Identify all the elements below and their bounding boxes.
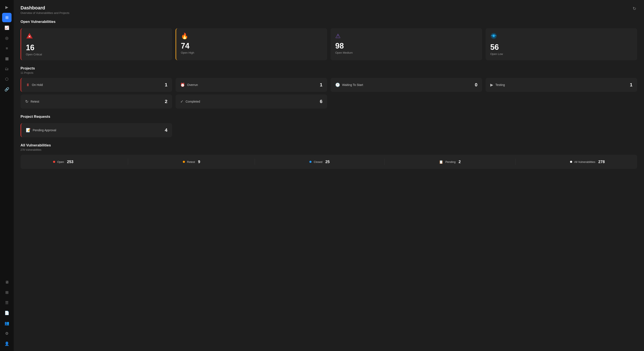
- sidebar-item-calendar[interactable]: ▦: [2, 54, 12, 63]
- list-icon: ☰: [5, 300, 8, 305]
- open-vulnerabilities-title: Open Vulnerabilities: [20, 20, 637, 24]
- waiting-left: 🕐 Waiting To Start: [335, 82, 363, 87]
- divider4: [515, 158, 516, 165]
- testing-left: ▶ Testing: [490, 82, 505, 87]
- avatar-icon: 👤: [4, 342, 9, 346]
- all-dot: [570, 161, 572, 163]
- retest-card[interactable]: ↻ Retest 2: [20, 94, 172, 108]
- link-icon: 🔗: [4, 87, 9, 92]
- retest-total: 9: [198, 160, 200, 164]
- all-total: 278: [598, 160, 605, 164]
- pending-label: Pending: [445, 160, 456, 164]
- closed-dot: [310, 161, 312, 163]
- sidebar-item-settings[interactable]: ⚙: [2, 329, 12, 338]
- pending-total: 2: [459, 160, 461, 164]
- vuln-all-item[interactable]: All Vulnerabilities 278: [570, 160, 605, 164]
- all-vulnerabilities-title: All Vulnerabilities: [20, 143, 637, 148]
- retest-label: Retest: [30, 100, 39, 103]
- retest-count: 2: [165, 99, 168, 104]
- medium-label: Open Medium: [335, 51, 478, 54]
- clock-icon: 🕐: [335, 82, 340, 87]
- sidebar-item-link[interactable]: 🔗: [2, 85, 12, 94]
- testing-count: 1: [630, 82, 632, 88]
- req-empty3: [330, 123, 482, 137]
- all-vulnerabilities-section: All Vulnerabilities 278 Vulnerabilities …: [20, 143, 637, 169]
- critical-card[interactable]: ✕ 16 Open Critical: [20, 28, 172, 60]
- sidebar-item-folder[interactable]: 🗂: [2, 64, 12, 74]
- open-label: Open: [57, 160, 64, 164]
- sidebar-item-target[interactable]: ◎: [2, 33, 12, 43]
- svg-text:✕: ✕: [28, 35, 31, 38]
- open-vulnerabilities-section: Open Vulnerabilities ✕ 16 Open Critical …: [20, 20, 637, 60]
- bug-icon: ⬡: [5, 77, 8, 82]
- medium-card[interactable]: ⚠ 98 Open Medium: [330, 28, 482, 60]
- sidebar-item-bug[interactable]: ⬡: [2, 74, 12, 84]
- overrun-card[interactable]: ⏰ Overrun 1: [176, 78, 327, 92]
- open-total: 253: [67, 160, 73, 164]
- vulnerabilities-bar: Open 253 Retest 9 Closed 25 📋 Pending 2: [20, 155, 637, 169]
- overrun-label: Overrun: [187, 83, 198, 86]
- warning-icon: ⚠: [335, 32, 478, 40]
- layers-icon: ≡: [6, 46, 8, 51]
- projects-section: Projects 11 Projects ⏸ On Hold 1 ⏰ Overr…: [20, 66, 637, 108]
- sidebar-item-chart[interactable]: 📈: [2, 23, 12, 32]
- vuln-closed-item[interactable]: Closed 25: [310, 160, 330, 164]
- on-hold-count: 1: [165, 82, 168, 88]
- waiting-label: Waiting To Start: [342, 83, 363, 86]
- document-icon: 📄: [4, 310, 9, 315]
- table-icon: ⊞: [5, 290, 8, 295]
- closed-label: Closed: [314, 160, 322, 164]
- project-requests-section: Project Requests 📝 Pending Approval 4: [20, 114, 637, 137]
- empty-col4: [486, 94, 637, 108]
- low-card[interactable]: 56 Open Low: [486, 28, 637, 60]
- high-card[interactable]: 🔥 74 Open High: [176, 28, 327, 60]
- target-icon: ◎: [5, 36, 8, 40]
- calendar-icon: ▦: [5, 56, 9, 61]
- sidebar-item-users[interactable]: 👥: [2, 318, 12, 328]
- sidebar-item-layers[interactable]: ≡: [2, 44, 12, 53]
- on-hold-left: ⏸ On Hold: [26, 83, 43, 87]
- pending-icon: 📋: [439, 160, 443, 164]
- refresh-button[interactable]: ↻: [632, 5, 637, 12]
- on-hold-card[interactable]: ⏸ On Hold 1: [20, 78, 172, 92]
- page-title: Dashboard: [20, 5, 70, 11]
- projects-subtitle: 11 Projects: [20, 72, 637, 74]
- projects-row1: ⏸ On Hold 1 ⏰ Overrun 1 🕐 Waiting To Sta…: [20, 78, 637, 92]
- dashboard-icon: ⊞: [5, 15, 8, 20]
- pending-approval-left: 📝 Pending Approval: [26, 128, 56, 132]
- all-vulnerabilities-subtitle: 278 Vulnerabilities: [20, 148, 637, 151]
- sidebar-expand-button[interactable]: ▶: [2, 2, 12, 12]
- empty-col3: [330, 94, 482, 108]
- critical-label: Open Critical: [26, 53, 168, 56]
- low-label: Open Low: [490, 52, 632, 56]
- sidebar-item-list[interactable]: ☰: [2, 298, 12, 308]
- completed-label: Completed: [186, 100, 200, 103]
- overrun-icon: ⏰: [180, 82, 185, 87]
- completed-left: ✓ Completed: [180, 99, 200, 104]
- sidebar: ▶ ⊞ 📈 ◎ ≡ ▦ 🗂 ⬡ 🔗 🖥 ⊞ ☰ 📄 👥 ⚙ 👤: [0, 0, 14, 351]
- testing-card[interactable]: ▶ Testing 1: [486, 78, 637, 92]
- retest-vuln-label: Retest: [187, 160, 195, 164]
- sidebar-item-document[interactable]: 📄: [2, 308, 12, 318]
- sidebar-item-dashboard[interactable]: ⊞: [2, 13, 12, 22]
- header-text-group: Dashboard Overview of Vulnerabilities an…: [20, 5, 70, 14]
- vuln-open-item[interactable]: Open 253: [53, 160, 74, 164]
- projects-row2: ↻ Retest 2 ✓ Completed 6: [20, 94, 637, 108]
- vuln-pending-item[interactable]: 📋 Pending 2: [439, 160, 461, 164]
- monitor-icon: 🖥: [5, 280, 9, 284]
- sidebar-item-table[interactable]: ⊞: [2, 288, 12, 297]
- completed-card[interactable]: ✓ Completed 6: [176, 94, 327, 108]
- vuln-retest-item[interactable]: Retest 9: [183, 160, 200, 164]
- pending-approval-card[interactable]: 📝 Pending Approval 4: [20, 123, 172, 137]
- project-requests-title: Project Requests: [20, 114, 637, 119]
- all-label: All Vulnerabilities: [574, 160, 596, 164]
- critical-icon: ✕: [26, 32, 168, 41]
- page-header: Dashboard Overview of Vulnerabilities an…: [20, 5, 637, 14]
- divider1: [128, 158, 128, 165]
- req-empty4: [486, 123, 637, 137]
- waiting-card[interactable]: 🕐 Waiting To Start 0: [330, 78, 482, 92]
- fire-icon: 🔥: [181, 32, 322, 40]
- sidebar-item-avatar[interactable]: 👤: [2, 339, 12, 348]
- sidebar-item-monitor[interactable]: 🖥: [2, 278, 12, 287]
- completed-count: 6: [320, 99, 322, 104]
